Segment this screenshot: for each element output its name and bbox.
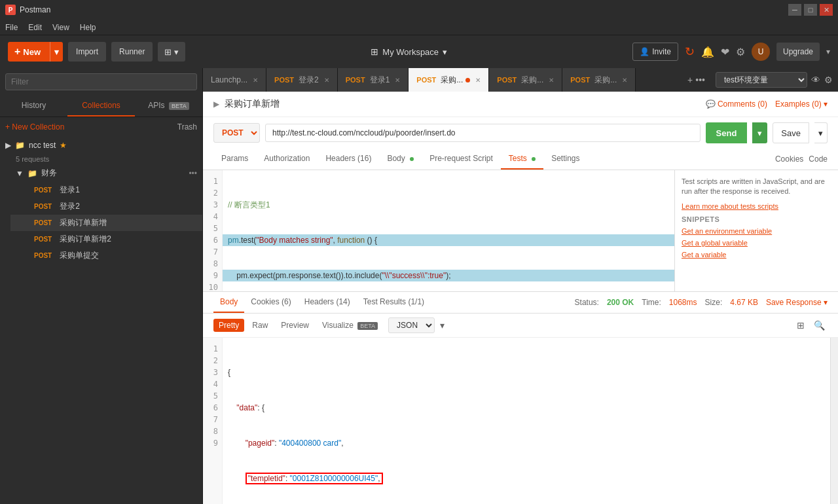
req-tab-headers[interactable]: Headers (16) [318,149,379,170]
snippet-item-2[interactable]: Get a global variable [682,239,831,247]
req-tab-prerequest[interactable]: Pre-request Script [422,149,501,170]
req-tab-params[interactable]: Params [213,149,256,170]
send-button[interactable]: Send [706,122,748,143]
upgrade-chevron[interactable]: ▾ [826,47,830,56]
collection-arrow-icon: ▶ [5,141,11,150]
comments-button[interactable]: 💬 Comments (0) [706,99,767,109]
add-tab-button[interactable]: + [687,75,693,85]
request-item-login2[interactable]: POST 登录2 [10,198,202,215]
send-dropdown-button[interactable]: ▾ [752,122,767,143]
sidebar-tab-history[interactable]: History [0,96,67,117]
tab-close-icon[interactable]: ✕ [324,77,329,84]
new-plus-icon: + [14,46,20,58]
save-response-button[interactable]: Save Response ▾ [766,298,828,307]
proxy-button[interactable]: ⊞ ▾ [158,42,185,62]
tab-close-icon[interactable]: ✕ [475,77,481,84]
req-tab-body[interactable]: Body [379,149,422,170]
import-button[interactable]: Import [68,42,106,62]
tab-close-icon[interactable]: ✕ [549,77,554,84]
code-content[interactable]: // 断言类型1 pm.test("Body matches string", … [223,170,674,291]
invite-button[interactable]: 👤 Invite [632,43,678,61]
copy-response-button[interactable]: ⊞ [794,319,807,332]
tab-purchase-new2[interactable]: POST 采购... ✕ [489,68,562,92]
code-editor-inner: 12345 678910 // 断言类型1 pm.test("Body matc… [203,170,674,291]
cookies-link[interactable]: Cookies [775,154,803,164]
request-item-purchase-submit[interactable]: POST 采购单提交 [10,247,202,264]
save-response-label: Save Response [766,298,822,307]
env-select[interactable]: test环境变量 [716,72,807,88]
url-input[interactable] [265,124,701,142]
new-button-arrow[interactable]: ▾ [50,42,63,62]
res-tab-cookies[interactable]: Cookies (6) [244,292,297,313]
menu-edit[interactable]: Edit [28,23,42,32]
method-select[interactable]: POST [213,123,260,143]
tab-purchase-submit[interactable]: POST 采购... ✕ [562,68,636,92]
code-link[interactable]: Code [809,154,828,164]
tab-close-icon[interactable]: ✕ [395,77,400,84]
search-response-button[interactable]: 🔍 [811,319,828,332]
sidebar-actions: + New Collection Trash [0,117,202,137]
format-preview-button[interactable]: Preview [276,319,314,332]
save-dropdown-button[interactable]: ▾ [814,122,828,143]
line-numbers: 12345 678910 [203,170,223,291]
res-tab-test-results[interactable]: Test Results (1/1) [357,292,431,313]
heart-icon[interactable]: ❤ [721,46,729,58]
trash-button[interactable]: Trash [177,122,197,132]
collapse-arrow-icon[interactable]: ▶ [213,99,219,109]
request-item-login1[interactable]: POST 登录1 [10,182,202,198]
learn-more-link[interactable]: Learn more about tests scripts [682,202,831,210]
collection-header[interactable]: ▶ 📁 ncc test ★ [0,137,202,154]
res-tab-headers[interactable]: Headers (14) [298,292,357,313]
folder-header[interactable]: ▼ 📁 财务 ••• [10,164,202,182]
sidebar-tab-apis[interactable]: APIs BETA [135,96,202,117]
upgrade-button[interactable]: Upgrade [776,43,820,61]
new-button-main[interactable]: + New [8,46,47,58]
res-tab-body[interactable]: Body [213,292,244,313]
format-raw-button[interactable]: Raw [247,319,273,332]
tab-login2[interactable]: POST 登录2 ✕ [266,68,338,92]
request-item-purchase-new[interactable]: POST 采购订单新增 [10,215,202,231]
format-pretty-button[interactable]: Pretty [213,319,244,332]
snippet-item-3[interactable]: Get a variable [682,251,831,259]
visualize-label: Visualize [322,321,354,330]
gear-icon[interactable]: ⚙ [824,75,833,85]
tab-purchase-new-active[interactable]: POST 采购... ✕ [409,68,489,92]
request-name: 登录1 [60,185,80,196]
minimize-button[interactable]: ─ [788,4,801,16]
tab-launchpad[interactable]: Launchp... ✕ [203,68,266,92]
menu-bar: File Edit View Help [0,20,838,35]
folder-more-icon[interactable]: ••• [189,169,197,178]
eye-icon[interactable]: 👁 [811,75,820,85]
req-tab-settings[interactable]: Settings [543,149,587,170]
format-visualize-button[interactable]: Visualize BETA [317,319,383,332]
bell-icon[interactable]: 🔔 [701,46,714,58]
new-button[interactable]: + New ▾ [8,42,63,62]
menu-file[interactable]: File [5,23,18,32]
req-tab-authorization[interactable]: Authorization [256,149,318,170]
runner-button[interactable]: Runner [111,42,153,62]
settings-icon[interactable]: ⚙ [736,46,745,58]
tab-close-icon[interactable]: ✕ [253,77,258,84]
scroll-bar[interactable] [830,338,838,504]
tab-login1[interactable]: POST 登录1 ✕ [338,68,409,92]
save-button[interactable]: Save [773,122,809,143]
examples-button[interactable]: Examples (0) ▾ [775,99,828,109]
request-item-purchase-new2[interactable]: POST 采购订单新增2 [10,231,202,247]
menu-help[interactable]: Help [80,23,96,32]
menu-view[interactable]: View [52,23,69,32]
tab-close-icon[interactable]: ✕ [622,77,627,84]
maximize-button[interactable]: □ [804,4,817,16]
sync-icon[interactable]: ↻ [685,45,695,59]
snippet-item-1[interactable]: Get an environment variable [682,227,831,235]
format-type-select[interactable]: JSON [388,317,435,333]
workspace-button[interactable]: ⊞ My Workspace ▾ [371,46,447,57]
more-tabs-button[interactable]: ••• [695,75,705,85]
chevron-down-icon[interactable]: ▾ [440,320,445,331]
avatar[interactable]: U [752,43,770,61]
close-button[interactable]: ✕ [820,4,833,16]
sidebar-tab-collections[interactable]: Collections [67,96,135,117]
search-input[interactable] [5,73,197,90]
new-collection-button[interactable]: + New Collection [5,122,64,132]
req-tab-tests[interactable]: Tests [501,149,543,170]
response-tabs-bar: Body Cookies (6) Headers (14) Test Resul… [203,292,838,314]
